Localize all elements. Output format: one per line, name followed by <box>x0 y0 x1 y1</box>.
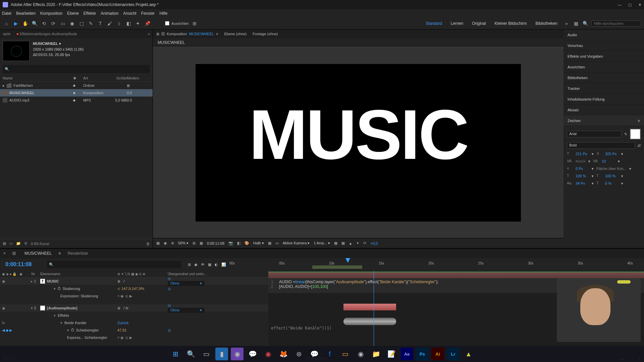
taskbar-lightroom[interactable]: Lr <box>447 348 460 360</box>
menu-animation[interactable]: Animation <box>101 11 118 16</box>
minimize-button[interactable]: — <box>618 3 622 7</box>
close-button[interactable]: ✕ <box>638 3 641 7</box>
v3-icon[interactable]: ▲ <box>349 241 353 245</box>
rotate-tool-icon[interactable]: ⟳ <box>50 20 57 27</box>
orbit-tool-icon[interactable]: ⟲ <box>40 20 48 27</box>
taskbar-app-2[interactable]: ◉ <box>231 348 244 360</box>
leading-value[interactable]: 325 Px <box>605 152 619 156</box>
viewer-timecode[interactable]: 0:00:11:08 <box>207 241 224 245</box>
v2-icon[interactable]: ▦ <box>341 241 345 245</box>
breadcrumb[interactable]: MUSICWHEEL <box>153 38 564 47</box>
guides-icon[interactable]: ▦ <box>200 241 203 245</box>
color-icon[interactable]: 🎨 <box>245 241 249 245</box>
expression-scale[interactable]: Expression: Skalierung = ◉ ◎ ▶ <box>0 292 268 300</box>
stroke-value[interactable]: 0 Px <box>576 167 589 171</box>
pan-behind-tool-icon[interactable]: ◉ <box>68 20 76 27</box>
menu-bearbeiten[interactable]: Bearbeiten <box>16 11 36 16</box>
channel-icon[interactable]: ◉ <box>164 241 167 245</box>
menu-ebene[interactable]: Ebene <box>67 11 79 16</box>
tab-project[interactable]: ojekt <box>3 32 10 36</box>
font-family-dropdown[interactable]: Arial <box>567 131 622 137</box>
panel-audio[interactable]: Audio <box>564 29 644 40</box>
viewer[interactable]: MUSIC <box>153 47 564 238</box>
maximize-button[interactable]: ▢ <box>628 3 632 7</box>
taskbar-firefox[interactable]: 🦊 <box>277 348 290 360</box>
taskbar-search[interactable]: 🔍 <box>184 348 197 360</box>
menu-fenster[interactable]: Fenster <box>141 11 155 16</box>
align-checkbox[interactable] <box>165 21 169 25</box>
exposure-value[interactable]: +0,0 <box>370 241 378 245</box>
panel-zeichen[interactable]: Zeichen≡ <box>564 115 644 126</box>
menu-ansicht[interactable]: Ansicht <box>123 11 136 16</box>
expression-slider[interactable]: Express... Schieberegler = ◉ ◎ ▶ <box>0 334 268 341</box>
hand-tool-icon[interactable]: ✋ <box>21 20 29 27</box>
view-icon[interactable]: ▭ <box>275 241 279 245</box>
tab-footage[interactable]: Footage (ohne) <box>253 32 278 36</box>
timeline-search[interactable]: 🔍 <box>47 261 181 268</box>
settings-icon[interactable]: ⚙ <box>24 241 28 246</box>
taskbar-obs[interactable]: ◉ <box>354 348 367 360</box>
hscale-value[interactable]: 100 % <box>576 174 589 178</box>
property-slider[interactable]: ◀ ◆ ▶ ▾ Ŏ Schieberegler 47,91 ◎ <box>0 326 268 334</box>
layer-row-2[interactable]: ◉ ▾ 2 [Audioamplitude] ⊛ / fx ◎ Ohne▾ <box>0 304 268 312</box>
tab-timeline-comp[interactable]: MUSICWHEEL <box>24 251 52 256</box>
eyedropper-icon[interactable]: ✎ <box>624 132 627 136</box>
selection-tool-icon[interactable]: ▶ <box>12 20 19 27</box>
stroke-swap-icon[interactable]: ⇄ <box>638 143 641 148</box>
panel-effekte[interactable]: Effekte und Vorgaben <box>564 51 644 62</box>
grid-icon[interactable]: ⊞ <box>193 241 196 245</box>
menu-komposition[interactable]: Komposition <box>40 11 62 16</box>
project-row-folder[interactable]: ▸ Farbflächen ■Ordner⊞ <box>0 82 153 89</box>
region-icon[interactable]: ◧ <box>237 241 240 245</box>
panel-vorschau[interactable]: Vorschau <box>564 40 644 51</box>
taskbar-app-6[interactable]: ▲ <box>462 348 475 360</box>
vscale-value[interactable]: 100 % <box>605 174 619 178</box>
camera-tool-icon[interactable]: ▭ <box>59 20 66 27</box>
baseline-value[interactable]: 34 Px <box>576 181 589 185</box>
draft3d-icon[interactable]: ◉ <box>194 262 198 267</box>
transparency-icon[interactable]: ▦ <box>268 241 271 245</box>
taskbar-messenger[interactable]: 💬 <box>308 348 321 360</box>
motion-blur-icon[interactable]: ◐ <box>215 262 218 267</box>
interpret-icon[interactable]: ▦ <box>3 241 6 246</box>
camera-dropdown[interactable]: Aktive Kamera ▾ <box>283 241 310 245</box>
workspace-lernen[interactable]: Lernen <box>447 21 467 26</box>
new-folder-icon[interactable]: 📁 <box>16 241 21 246</box>
text-tool-icon[interactable]: T <box>97 20 104 27</box>
taskbar-app-1[interactable]: ▮ <box>215 348 228 360</box>
property-scale[interactable]: ▾ Ŏ Skalierung ⊂ 147,9,147,9% ◎ <box>0 285 268 292</box>
panel-toggle-icon[interactable]: ▦ <box>572 20 580 27</box>
taskbar-after-effects[interactable]: Ae <box>400 348 413 360</box>
help-search-input[interactable] <box>591 20 641 26</box>
frame-blend-icon[interactable]: ▦ <box>208 262 211 267</box>
taskbar-whatsapp[interactable]: 💬 <box>246 348 259 360</box>
taskbar-illustrator[interactable]: Ai <box>431 348 444 360</box>
mask-tool-icon[interactable]: ▢ <box>78 20 85 27</box>
property-effects[interactable]: ▾ Effekte <box>0 312 268 319</box>
workspace-standard[interactable]: Standard <box>422 21 445 26</box>
font-size-value[interactable]: 221 Px <box>576 152 589 156</box>
flowchart-icon[interactable]: ⊞ <box>156 32 159 36</box>
tsume-value[interactable]: 0 % <box>605 181 619 185</box>
project-search[interactable]: 🔍 <box>3 65 150 73</box>
taskbar-app-3[interactable]: ◉ <box>262 348 274 360</box>
panel-ausrichten[interactable]: Ausrichten <box>564 62 644 72</box>
new-comp-icon[interactable]: ▭ <box>9 241 13 246</box>
comp-mini-flowchart-icon[interactable]: ⊞ <box>188 262 191 267</box>
alpha-icon[interactable]: ▦ <box>156 241 160 245</box>
workspace-kleiner[interactable]: Kleiner Bildschirm <box>491 21 530 26</box>
taskbar-notepad[interactable]: 📝 <box>385 348 398 360</box>
taskbar-app-5[interactable]: ▭ <box>339 348 352 360</box>
project-row-comp[interactable]: MUSICWHEEL ■Komposition0:0 <box>0 89 153 97</box>
font-weight-dropdown[interactable]: Bold <box>567 142 635 149</box>
workspace-original[interactable]: Original <box>469 21 489 26</box>
trash-icon[interactable]: 🗑 <box>146 242 150 246</box>
fill-over-stroke[interactable]: Fläche über Kon... <box>596 167 627 171</box>
workspace-more-icon[interactable]: » <box>563 20 570 27</box>
time-ruler[interactable]: 00s 05s 10s 15s 20s 25s 30s 35s 40s <box>229 258 644 271</box>
views-dropdown[interactable]: 1 Ansi... ▾ <box>314 241 330 245</box>
panel-bibliotheken[interactable]: Bibliotheken <box>564 72 644 83</box>
clone-tool-icon[interactable]: ⎀ <box>115 20 123 27</box>
effect-beide-kanaele[interactable]: fx ▾ Beide Kanäle Zurück <box>0 319 268 326</box>
menu-hilfe[interactable]: Hilfe <box>159 11 167 16</box>
